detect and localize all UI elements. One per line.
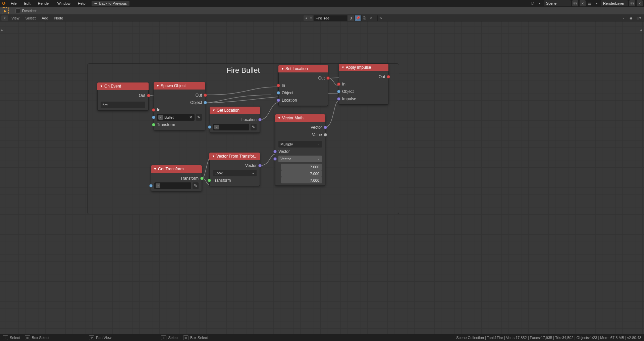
operation-dropdown[interactable]: Multiply⌄	[278, 141, 322, 148]
node-header[interactable]: ▼Spawn Object	[154, 82, 205, 90]
vector-x-input[interactable]: 7.000	[281, 164, 322, 170]
eyedropper-button[interactable]: ✎	[251, 124, 257, 130]
socket-object-in[interactable]: ▫ ✎	[210, 123, 260, 131]
eyedropper-button[interactable]: ✎	[196, 114, 202, 121]
deselect-label: Deselect	[22, 9, 37, 13]
socket-location-in[interactable]: Location	[278, 97, 328, 104]
new-scene-button[interactable]: ⿻	[572, 0, 578, 6]
collapse-icon[interactable]: ▼	[281, 67, 284, 70]
mode-dropdown[interactable]: Look⌄	[213, 170, 257, 176]
socket-vector-out[interactable]: Vector	[275, 124, 325, 131]
socket-location-out[interactable]: Location	[210, 116, 260, 123]
node-spawn-object[interactable]: ▼Spawn Object Out Object In ▫Bullet✕ ✎ T…	[154, 82, 205, 130]
socket-vector-out[interactable]: Vector	[209, 162, 260, 169]
vector-z-input[interactable]: 7.000	[281, 177, 322, 183]
node-header[interactable]: ▼Apply Impulse	[339, 64, 388, 71]
collapse-icon[interactable]: ▼	[212, 155, 215, 158]
scene-selector[interactable]: ⚇ ▾ Scene ⿻ ✕	[529, 0, 586, 6]
select-tool-icon[interactable]: ▶	[2, 7, 9, 14]
socket-object-out[interactable]: Object	[154, 99, 205, 106]
object-picker[interactable]: ▫Bullet✕	[157, 114, 195, 121]
socket-transform-out[interactable]: Transform	[151, 175, 202, 182]
socket-object-in[interactable]: ▫Bullet✕ ✎	[154, 114, 205, 121]
header-node[interactable]: Node	[52, 15, 66, 21]
socket-out[interactable]: Out	[97, 92, 149, 99]
node-header[interactable]: ▼Vector From Transfor..	[209, 153, 260, 160]
node-header[interactable]: ▼Vector Math	[275, 114, 325, 122]
collapse-icon[interactable]: ▼	[156, 84, 159, 88]
socket-object-in[interactable]: Object	[278, 89, 328, 97]
socket-vector1-in[interactable]: Vector	[275, 148, 325, 155]
nodetree-browse[interactable]: ●	[304, 15, 309, 21]
collapse-icon[interactable]: ▼	[278, 116, 281, 120]
clear-button[interactable]: ✕	[189, 115, 193, 120]
collapse-icon[interactable]: ▼	[154, 167, 157, 171]
right-sidebar-expand[interactable]: ◂	[640, 28, 643, 32]
socket-out[interactable]: Out	[154, 92, 205, 99]
deselect-checkbox[interactable]	[15, 8, 20, 13]
edit-trait-button[interactable]: ✎	[377, 15, 383, 21]
overlay-toggle[interactable]: ◉	[628, 15, 634, 21]
object-picker[interactable]: ▫	[213, 124, 249, 130]
delete-nodetree-button[interactable]: ✕	[368, 15, 374, 21]
collapse-icon[interactable]: ▼	[341, 66, 344, 69]
left-sidebar-expand[interactable]: ▸	[1, 28, 4, 32]
pin-button[interactable]: 📌	[355, 15, 361, 21]
delete-renderlayer-button[interactable]: ✕	[637, 0, 643, 6]
renderlayer-name-field[interactable]: RenderLayer	[601, 0, 628, 6]
header-add[interactable]: Add	[39, 15, 51, 21]
back-to-previous-button[interactable]: ↩ Back to Previous	[92, 1, 130, 6]
socket-in[interactable]: In	[278, 82, 328, 89]
socket-value-out[interactable]: Value	[275, 131, 325, 138]
header-select[interactable]: Select	[23, 15, 39, 21]
menu-file[interactable]: File	[7, 1, 20, 6]
collapse-icon[interactable]: ▼	[212, 109, 215, 112]
vector2-dropdown[interactable]: Vector⌄	[278, 156, 322, 162]
node-vector-math[interactable]: ▼Vector Math Vector Value Multiply⌄ Vect…	[275, 114, 325, 186]
object-picker[interactable]: ▫	[154, 182, 191, 189]
socket-object-in[interactable]: ▫ ✎	[151, 182, 202, 189]
new-renderlayer-button[interactable]: ⿻	[629, 0, 635, 6]
socket-out[interactable]: Out	[278, 74, 328, 82]
node-header[interactable]: ▼Set Location	[278, 65, 328, 72]
socket-in[interactable]: In	[339, 80, 388, 88]
node-set-location[interactable]: ▼Set Location Out In Object Location	[278, 65, 328, 106]
socket-object-in[interactable]: Object	[339, 88, 388, 95]
socket-impulse-in[interactable]: Impulse	[339, 95, 388, 103]
node-header[interactable]: ▼Get Transform	[151, 165, 202, 173]
nodetree-name-field[interactable]: FireTree	[314, 15, 347, 21]
new-nodetree-button[interactable]: ⿻	[361, 15, 367, 21]
eyedropper-button[interactable]: ✎	[193, 182, 199, 189]
node-get-location[interactable]: ▼Get Location Location ▫ ✎	[210, 107, 260, 133]
collapse-icon[interactable]: ▼	[100, 84, 103, 88]
scene-name-field[interactable]: Scene	[544, 0, 571, 6]
socket-in[interactable]: In	[154, 106, 205, 114]
socket-vector2-in[interactable]: Vector⌄	[275, 155, 325, 163]
menu-edit[interactable]: Edit	[21, 1, 34, 6]
editor-type-dropdown[interactable]: ▾	[1, 15, 8, 21]
menu-render[interactable]: Render	[35, 1, 53, 6]
socket-transform-in[interactable]: Transform	[209, 177, 260, 184]
node-on-event[interactable]: ▼On Event Out fire	[97, 82, 149, 111]
socket-out[interactable]: Out	[339, 73, 388, 80]
nodetree-dropdown[interactable]: ▾	[309, 15, 313, 21]
menu-help[interactable]: Help	[74, 1, 89, 6]
overlay-dropdown[interactable]: ⊞▾	[635, 15, 643, 21]
node-get-transform[interactable]: ▼Get Transform Transform ▫ ✎	[151, 165, 202, 191]
node-header[interactable]: ▼On Event	[97, 82, 149, 90]
tool-settings-bar: ▶ Deselect	[0, 7, 644, 15]
frame-fire-bullet[interactable]: Fire Bullet ▼On Event Out fire ▼Sp	[87, 63, 399, 214]
menu-window[interactable]: Window	[54, 1, 74, 6]
snap-button[interactable]: ⌐	[621, 15, 627, 21]
node-editor-canvas[interactable]: ▸ ◂ Fire Bullet ▼On Event Out fire	[0, 21, 644, 334]
node-header[interactable]: ▼Get Location	[210, 107, 260, 114]
node-vector-from-transform[interactable]: ▼Vector From Transfor.. Vector Look⌄ Tra…	[209, 153, 260, 186]
node-apply-impulse[interactable]: ▼Apply Impulse Out In Object Impulse	[339, 64, 388, 105]
socket-transform-in[interactable]: Transform	[154, 121, 205, 128]
renderlayer-selector[interactable]: ▤ ▾ RenderLayer ⿻ ✕	[586, 0, 643, 6]
delete-scene-button[interactable]: ✕	[580, 0, 586, 6]
event-name-input[interactable]: fire	[101, 102, 145, 108]
nodetree-users[interactable]: 3	[348, 15, 354, 21]
vector-y-input[interactable]: 7.000	[281, 170, 322, 177]
header-view[interactable]: View	[9, 15, 22, 21]
